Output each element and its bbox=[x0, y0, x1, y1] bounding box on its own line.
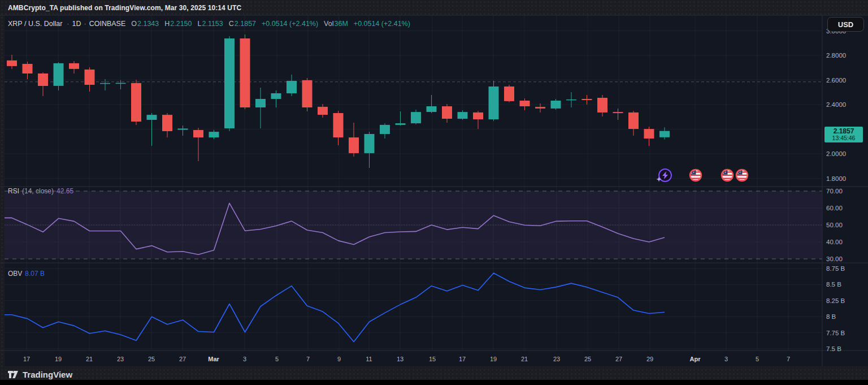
us-flag-event-icon[interactable] bbox=[736, 170, 748, 181]
obv-axis-label[interactable]: 8.25 B bbox=[826, 297, 845, 304]
time-axis-label[interactable]: 17 bbox=[23, 356, 30, 362]
chart-canvas[interactable]: 171921232527Mar357911131517192123252729A… bbox=[0, 0, 868, 385]
rsi-axis-label[interactable]: 60.00 bbox=[826, 205, 843, 211]
time-axis-label[interactable]: 19 bbox=[55, 356, 62, 362]
time-axis-label[interactable]: 25 bbox=[584, 356, 591, 362]
interval-label[interactable]: 1D bbox=[72, 20, 81, 28]
candle[interactable] bbox=[240, 34, 250, 109]
open-value: 2.1343 bbox=[137, 20, 159, 28]
time-axis-label[interactable]: 3 bbox=[724, 356, 728, 362]
price-axis-label[interactable]: 2.6000 bbox=[826, 77, 846, 84]
rsi-axis-label[interactable]: 50.00 bbox=[826, 222, 843, 228]
time-axis-label[interactable]: 7 bbox=[787, 356, 790, 362]
change-percent-value: +0.0514 (+2.41%) bbox=[354, 20, 410, 28]
obv-axis-label[interactable]: 7.75 B bbox=[826, 330, 845, 336]
rsi-axis-label[interactable]: 70.00 bbox=[826, 188, 843, 194]
volume-value: 36M bbox=[335, 20, 348, 28]
rsi-indicator-legend[interactable]: RSI (14, close) 42.65 bbox=[8, 187, 73, 195]
rsi-title[interactable]: RSI bbox=[8, 187, 19, 195]
low-label: L bbox=[198, 20, 202, 28]
currency-toggle-button[interactable]: USD bbox=[827, 17, 864, 32]
candle[interactable] bbox=[224, 36, 235, 131]
last-price-value: 2.1857 bbox=[834, 128, 854, 135]
time-axis-label[interactable]: 15 bbox=[429, 356, 436, 362]
time-axis-label[interactable]: 23 bbox=[117, 356, 124, 362]
change-value: +0.0514 (+2.41%) bbox=[262, 20, 318, 28]
time-axis-label[interactable]: Apr bbox=[690, 356, 701, 362]
bottom-bar bbox=[0, 380, 868, 385]
time-axis-label[interactable]: 21 bbox=[521, 356, 528, 362]
attribution-text: AMBCrypto_TA published on TradingView.co… bbox=[8, 4, 241, 12]
candle[interactable] bbox=[504, 85, 514, 102]
rsi-value: 42.65 bbox=[57, 187, 73, 195]
legend-separator: · bbox=[67, 20, 69, 28]
obv-axis-label[interactable]: 7.5 B bbox=[826, 345, 841, 352]
time-axis-label[interactable]: 27 bbox=[179, 356, 186, 362]
last-price-badge: 2.1857 13:45:46 bbox=[824, 127, 863, 142]
time-axis-label[interactable]: 9 bbox=[337, 356, 341, 362]
time-axis-label[interactable]: 19 bbox=[490, 356, 497, 362]
volume-label: Vol bbox=[324, 20, 333, 28]
symbol-name[interactable]: XRP / U.S. Dollar bbox=[8, 20, 62, 28]
open-label: O bbox=[131, 20, 137, 28]
time-axis-label[interactable]: 13 bbox=[397, 356, 403, 362]
symbol-legend[interactable]: XRP / U.S. Dollar · 1D · COINBASE O2.134… bbox=[8, 19, 410, 28]
high-value: 2.2150 bbox=[170, 20, 192, 28]
tradingview-logo[interactable]: TradingView bbox=[8, 369, 72, 380]
price-axis-label[interactable]: 1.8000 bbox=[826, 175, 846, 182]
obv-axis-label[interactable]: 8.75 B bbox=[826, 265, 845, 272]
high-label: H bbox=[164, 20, 170, 28]
attribution-bar: AMBCrypto_TA published on TradingView.co… bbox=[0, 0, 868, 15]
time-axis-label[interactable]: 23 bbox=[553, 356, 560, 362]
obv-indicator-legend[interactable]: OBV 8.07 B bbox=[8, 270, 45, 278]
time-axis-label[interactable]: 5 bbox=[756, 356, 759, 362]
obv-title[interactable]: OBV bbox=[8, 270, 22, 278]
low-value: 2.1153 bbox=[202, 20, 223, 28]
price-axis-label[interactable]: 2.4000 bbox=[826, 101, 846, 108]
time-axis-label[interactable]: 7 bbox=[306, 356, 310, 362]
legend-separator: · bbox=[84, 20, 86, 28]
obv-value: 8.07 B bbox=[25, 270, 45, 278]
time-axis-label[interactable]: 29 bbox=[646, 356, 653, 362]
time-axis-label[interactable]: 21 bbox=[86, 356, 93, 362]
candle[interactable] bbox=[302, 78, 313, 111]
rsi-params: (14, close) bbox=[22, 187, 54, 195]
price-axis-label[interactable]: 2.0000 bbox=[826, 150, 846, 157]
obv-axis-label[interactable]: 8 B bbox=[826, 313, 836, 320]
close-value: 2.1857 bbox=[235, 20, 256, 28]
close-label: C bbox=[229, 20, 234, 28]
price-axis-label[interactable]: 2.8000 bbox=[826, 52, 846, 59]
time-axis-label[interactable]: 5 bbox=[275, 356, 279, 362]
tradingview-wordmark: TradingView bbox=[23, 370, 72, 379]
candle-countdown: 13:45:46 bbox=[832, 135, 856, 141]
tradingview-snapshot: 171921232527Mar357911131517192123252729A… bbox=[0, 0, 868, 385]
time-axis-label[interactable]: 11 bbox=[366, 356, 372, 362]
time-axis-label[interactable]: 17 bbox=[459, 356, 466, 362]
candle[interactable] bbox=[489, 81, 499, 121]
rsi-axis-label[interactable]: 40.00 bbox=[826, 239, 843, 245]
time-axis-label[interactable]: 3 bbox=[243, 356, 246, 362]
time-axis-label[interactable]: 27 bbox=[615, 356, 622, 362]
rsi-axis-label[interactable]: 30.00 bbox=[826, 256, 843, 262]
time-axis-label[interactable]: 25 bbox=[148, 356, 155, 362]
obv-axis-label[interactable]: 8.5 B bbox=[826, 281, 841, 288]
candle[interactable] bbox=[131, 80, 141, 125]
us-flag-event-icon[interactable] bbox=[690, 170, 701, 181]
time-axis-label[interactable]: Mar bbox=[208, 356, 219, 362]
exchange-label: COINBASE bbox=[89, 20, 126, 28]
tradingview-mark-icon bbox=[8, 370, 19, 379]
us-flag-event-icon[interactable] bbox=[722, 170, 733, 181]
